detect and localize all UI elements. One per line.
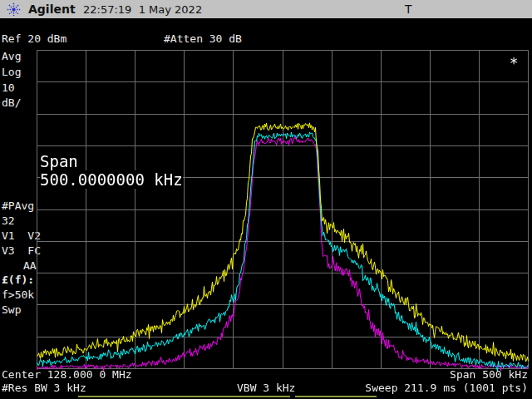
sweep-time-label: Sweep 211.9 ms (1001 pts): [365, 382, 528, 394]
span-overlay-title: Span: [40, 153, 81, 170]
status-aa-label: AA: [23, 260, 37, 272]
datetime-label: 22:57:19 1 May 2022: [83, 3, 202, 16]
db-per-div-label: dB/: [2, 97, 21, 109]
avg-type-label: Avg: [2, 51, 21, 62]
graticule-canvas: [37, 50, 530, 372]
span-setting-overlay: Span 500.0000000 kHz: [40, 153, 183, 189]
status-v3-fc-label: V3 FC: [2, 245, 41, 257]
trigger-indicator: T: [405, 2, 412, 16]
agilent-spark-logo-icon: [7, 2, 21, 17]
span-label: Span 500 kHz: [450, 369, 528, 381]
freq-gt-50k-label: f>50k: [2, 289, 34, 301]
video-bw-label: VBW 3 kHz: [237, 382, 295, 394]
pavg-label: #PAvg: [2, 200, 34, 212]
center-frequency-label: Center 128.000 0 MHz: [2, 369, 132, 381]
sweep-status-label: Swp: [2, 304, 21, 316]
log-scale-label: Log: [2, 66, 21, 78]
status-v1-v2-label: V1 V2: [2, 230, 41, 242]
res-bw-label: #Res BW 3 kHz: [2, 382, 86, 394]
status-underline-right: [295, 396, 377, 397]
analyzer-screen: Agilent 22:57:19 1 May 2022 T Ref 20 dBm…: [0, 0, 532, 399]
ref-level-label: Ref 20 dBm: [2, 33, 66, 45]
titlebar: Agilent 22:57:19 1 May 2022 T: [0, 0, 532, 18]
brand-label: Agilent: [28, 2, 76, 16]
span-overlay-value: 500.0000000 kHz: [40, 170, 183, 189]
avg-count-label: 32: [2, 215, 15, 227]
phase-noise-label: £(f):: [2, 274, 34, 286]
scale-per-div-label: 10: [2, 82, 15, 94]
attenuation-label: #Atten 30 dB: [164, 33, 242, 45]
status-underline-left: [78, 396, 290, 397]
uncal-asterisk-indicator: *: [510, 55, 518, 71]
